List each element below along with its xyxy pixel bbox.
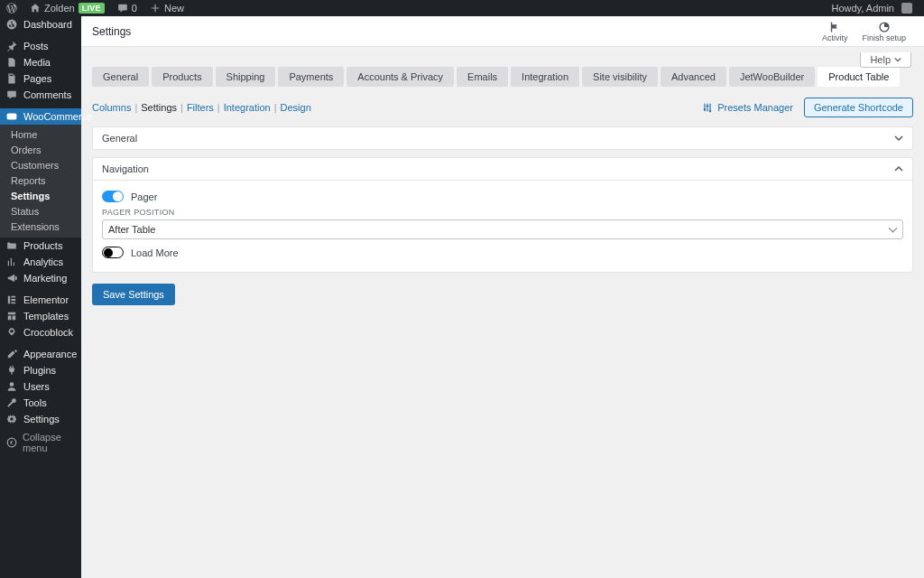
live-badge: Live bbox=[79, 3, 105, 14]
activity-panel-toggle[interactable]: Activity bbox=[815, 21, 855, 42]
tools-icon bbox=[6, 397, 17, 408]
menu-pages[interactable]: Pages bbox=[0, 70, 81, 87]
pager-toggle[interactable] bbox=[102, 191, 124, 202]
products-icon bbox=[6, 240, 17, 251]
pager-label: Pager bbox=[131, 191, 157, 202]
menu-crocoblock[interactable]: Crocoblock bbox=[0, 324, 81, 340]
wc-tab-general[interactable]: General bbox=[92, 67, 149, 87]
menu-woocommerce[interactable]: WooCommerce bbox=[0, 108, 81, 125]
save-settings-button[interactable]: Save Settings bbox=[92, 284, 175, 305]
help-label: Help bbox=[870, 54, 891, 65]
pt-sublink-columns[interactable]: Columns bbox=[92, 102, 131, 113]
submenu-customers[interactable]: Customers bbox=[0, 158, 81, 173]
wc-tab-shipping[interactable]: Shipping bbox=[216, 67, 276, 87]
chevron-down-icon bbox=[894, 134, 903, 143]
product-table-subnav: Columns|Settings|Filters|Integration|Des… bbox=[92, 98, 913, 117]
presets-manager-link[interactable]: Presets Manager bbox=[702, 102, 793, 113]
submenu-woocommerce: Home Orders Customers Reports Settings S… bbox=[0, 125, 81, 238]
submenu-settings[interactable]: Settings bbox=[0, 189, 81, 204]
menu-appearance[interactable]: Appearance bbox=[0, 346, 81, 362]
collapse-menu[interactable]: Collapse menu bbox=[0, 427, 81, 458]
pages-icon bbox=[6, 73, 17, 84]
menu-users[interactable]: Users bbox=[0, 378, 81, 395]
menu-label: Elementor bbox=[23, 294, 69, 305]
howdy-label: Howdy, Admin bbox=[832, 3, 895, 14]
site-name[interactable]: Zolden Live bbox=[23, 0, 111, 16]
woocommerce-icon bbox=[6, 111, 17, 122]
menu-elementor[interactable]: Elementor bbox=[0, 292, 81, 308]
pager-position-label: Pager position bbox=[102, 208, 903, 217]
wc-tab-site-visibility[interactable]: Site visibility bbox=[582, 67, 658, 87]
pt-sublink-filters[interactable]: Filters bbox=[187, 102, 214, 113]
wc-tab-accounts-privacy[interactable]: Accounts & Privacy bbox=[346, 67, 454, 87]
menu-analytics[interactable]: Analytics bbox=[0, 254, 81, 270]
pt-sublink-integration[interactable]: Integration bbox=[224, 102, 271, 113]
menu-dashboard[interactable]: Dashboard bbox=[0, 16, 81, 33]
menu-products[interactable]: Products bbox=[0, 238, 81, 254]
menu-label: Tools bbox=[23, 397, 47, 408]
chevron-up-icon bbox=[894, 164, 903, 173]
menu-posts[interactable]: Posts bbox=[0, 38, 81, 54]
panel-navigation-header[interactable]: Navigation bbox=[92, 157, 913, 181]
howdy-account[interactable]: Howdy, Admin bbox=[826, 0, 919, 16]
comments-count[interactable]: 0 bbox=[111, 0, 143, 16]
product-table-sublinks: Columns|Settings|Filters|Integration|Des… bbox=[92, 102, 311, 113]
activity-label: Activity bbox=[822, 33, 848, 42]
generate-shortcode-button[interactable]: Generate Shortcode bbox=[804, 98, 913, 117]
submenu-extensions[interactable]: Extensions bbox=[0, 219, 81, 235]
menu-templates[interactable]: Templates bbox=[0, 308, 81, 324]
submenu-reports[interactable]: Reports bbox=[0, 173, 81, 189]
appearance-icon bbox=[6, 349, 17, 359]
menu-media[interactable]: Media bbox=[0, 54, 81, 70]
panel-general[interactable]: General bbox=[92, 126, 913, 150]
svg-point-1 bbox=[7, 438, 16, 447]
wc-tab-jetwoobuilder[interactable]: JetWooBuilder bbox=[729, 67, 815, 87]
users-icon bbox=[6, 381, 17, 392]
comment-icon bbox=[117, 3, 128, 14]
menu-label: Marketing bbox=[23, 273, 67, 284]
menu-settings[interactable]: Settings bbox=[0, 411, 81, 427]
wc-tab-products[interactable]: Products bbox=[152, 67, 212, 87]
loadmore-label: Load More bbox=[131, 247, 179, 258]
sliders-icon bbox=[702, 102, 713, 113]
wc-tab-emails[interactable]: Emails bbox=[457, 67, 508, 87]
flag-icon bbox=[828, 21, 841, 33]
wordpress-icon bbox=[6, 3, 17, 14]
media-icon bbox=[6, 57, 17, 68]
finish-setup[interactable]: Finish setup bbox=[855, 21, 913, 42]
menu-label: Plugins bbox=[23, 365, 56, 376]
crocoblock-icon bbox=[6, 327, 17, 338]
page-title: Settings bbox=[92, 25, 131, 38]
submenu-status[interactable]: Status bbox=[0, 204, 81, 219]
menu-marketing[interactable]: Marketing bbox=[0, 270, 81, 286]
pager-position-select[interactable]: After Table bbox=[102, 219, 903, 239]
wc-tab-advanced[interactable]: Advanced bbox=[661, 67, 726, 87]
wc-tab-payments[interactable]: Payments bbox=[278, 67, 344, 87]
wc-tab-integration[interactable]: Integration bbox=[511, 67, 579, 87]
page-header: Settings Activity Finish setup bbox=[81, 16, 924, 47]
pt-sublink-design[interactable]: Design bbox=[281, 102, 311, 113]
pt-sublink-settings[interactable]: Settings bbox=[141, 102, 177, 113]
home-icon bbox=[30, 3, 41, 14]
menu-tools[interactable]: Tools bbox=[0, 395, 81, 411]
admin-sidebar: Dashboard Posts Media Pages Comments Woo… bbox=[0, 16, 81, 578]
loadmore-toggle[interactable] bbox=[102, 247, 124, 258]
collapse-icon bbox=[6, 437, 17, 448]
wc-tab-product-table[interactable]: Product Table bbox=[818, 67, 900, 87]
pin-icon bbox=[6, 41, 17, 51]
menu-plugins[interactable]: Plugins bbox=[0, 362, 81, 378]
menu-label: Media bbox=[23, 57, 51, 68]
submenu-orders[interactable]: Orders bbox=[0, 143, 81, 158]
wp-logo[interactable] bbox=[0, 0, 23, 16]
help-tab[interactable]: Help bbox=[860, 52, 911, 68]
menu-label: Products bbox=[23, 240, 62, 251]
analytics-icon bbox=[6, 256, 17, 267]
menu-label: Appearance bbox=[23, 349, 77, 359]
svg-rect-0 bbox=[7, 113, 17, 119]
menu-comments[interactable]: Comments bbox=[0, 87, 81, 103]
marketing-icon bbox=[6, 273, 17, 284]
site-name-label: Zolden bbox=[44, 3, 75, 14]
menu-label: Crocoblock bbox=[23, 327, 73, 338]
submenu-home[interactable]: Home bbox=[0, 127, 81, 143]
new-content[interactable]: New bbox=[143, 0, 190, 16]
